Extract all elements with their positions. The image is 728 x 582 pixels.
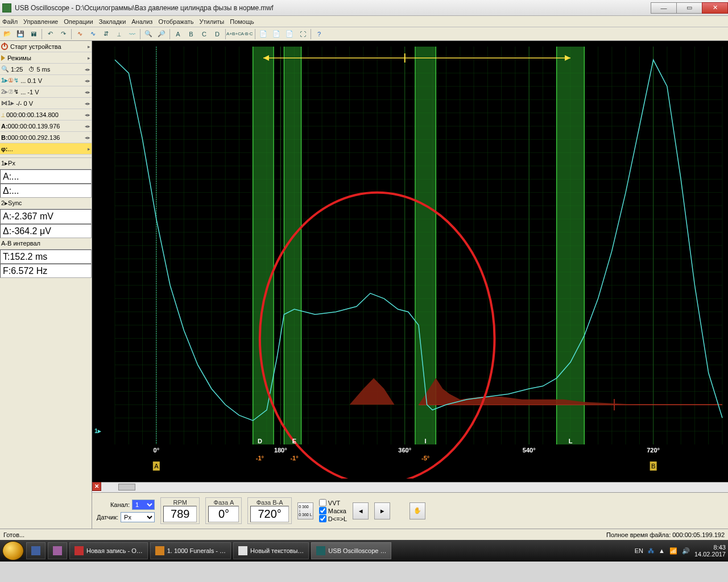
tray-volume-icon[interactable]: 🔊 xyxy=(682,547,690,555)
menu-control[interactable]: Управление xyxy=(23,18,58,25)
vvt-checkbox[interactable]: VVT xyxy=(319,499,347,506)
tool-measure-icon[interactable]: ⇵ xyxy=(100,28,112,40)
power-icon xyxy=(1,43,8,50)
b-time-row[interactable]: B:000:00:00.292.136 ◂▸ xyxy=(0,132,92,143)
channel-label: Канал: xyxy=(110,501,130,508)
channel-select[interactable]: 1 xyxy=(132,500,155,510)
tray-bluetooth-icon[interactable]: ⁂ xyxy=(648,547,654,555)
tool-b-icon[interactable]: B xyxy=(185,28,197,40)
dl-checkbox[interactable]: D<=>L xyxy=(319,515,347,522)
cursor-time-row[interactable]: ⟂ 000:00:00.134.800 ◂▸ xyxy=(0,109,92,120)
modes-button[interactable]: Режимы ▸ xyxy=(0,52,92,64)
taskbar-pinned2[interactable] xyxy=(48,542,67,559)
mask-checkbox[interactable]: Маска xyxy=(319,507,347,514)
tray-up-icon[interactable]: ▲ xyxy=(659,547,665,554)
chevron-right-icon: ▸ xyxy=(88,146,90,152)
svg-text:A: A xyxy=(154,463,159,469)
phi-row[interactable]: φ:... ▸ xyxy=(0,143,92,155)
sensor-label: Датчик: xyxy=(97,514,118,521)
taskbar-item-0[interactable]: Новая запись - O… xyxy=(69,542,148,559)
menu-utilities[interactable]: Утилиты xyxy=(200,18,225,25)
tool-ruler-icon[interactable]: ⟂ xyxy=(113,28,125,40)
tool-open-icon[interactable]: 📂 xyxy=(1,28,14,40)
start-button[interactable] xyxy=(2,541,24,560)
tool-zoom-icon[interactable]: 🔍 xyxy=(142,28,155,40)
spinner-icon[interactable]: ◂▸ xyxy=(85,89,90,95)
tool-probe2-icon[interactable]: ∿ xyxy=(86,28,99,40)
phase-ba-value: 720° xyxy=(250,506,288,522)
spinner-icon[interactable]: ◂▸ xyxy=(85,66,90,72)
svg-text:540°: 540° xyxy=(523,447,536,454)
tool-c-icon[interactable]: C xyxy=(198,28,210,40)
menu-bookmarks[interactable]: Закладки xyxy=(99,18,126,25)
zoom-row[interactable]: 🔍 1:25 ⏱ 5 ms ◂▸ xyxy=(0,64,92,75)
nav-next-button[interactable]: ► xyxy=(374,502,390,519)
checkbox-group: VVT Маска D<=>L xyxy=(319,499,347,522)
scrollbar-thumb[interactable] xyxy=(118,484,135,490)
spinner-icon[interactable]: ◂▸ xyxy=(85,78,90,84)
taskbar-item-3[interactable]: USB Oscilloscope … xyxy=(311,542,391,559)
nav-prev-button[interactable]: ◄ xyxy=(353,502,369,519)
px-a-value: A:... xyxy=(0,169,92,184)
tool-a-icon[interactable]: A xyxy=(172,28,184,40)
status-bar: Готов... Полное время файла: 000:00:05.1… xyxy=(0,529,728,540)
tool-bookmark-icon[interactable]: 📄 xyxy=(257,28,270,40)
svg-text:-5°: -5° xyxy=(421,455,429,462)
menu-display[interactable]: Отображать xyxy=(158,18,193,25)
rpm-label: RPM xyxy=(173,499,187,506)
taskbar-item-1[interactable]: 1. 1000 Funerals - … xyxy=(150,542,231,559)
tool-wave-icon[interactable]: 〰 xyxy=(126,28,138,40)
horizontal-scrollbar[interactable] xyxy=(101,482,728,492)
close-button[interactable]: ✕ xyxy=(702,2,728,14)
ch2-row[interactable]: 2▸⑦↯ ... -1 V ◂▸ xyxy=(0,86,92,98)
maximize-button[interactable]: ▭ xyxy=(676,2,702,14)
cursor-time-value: 000:00:00.134.800 xyxy=(6,111,59,118)
tool-abc2-icon[interactable]: A·B·C xyxy=(241,28,253,40)
tool-save2-icon[interactable]: 🖬 xyxy=(27,28,40,40)
menu-bar: Файл Управление Операции Закладки Анализ… xyxy=(0,16,728,27)
svg-text:E: E xyxy=(292,438,296,444)
sync-d-value: Δ:-364.2 μV xyxy=(0,224,92,238)
spinner-icon[interactable]: ◂▸ xyxy=(85,135,90,140)
m1-row[interactable]: ⋈1▸ -/- 0 V ◂▸ xyxy=(0,98,92,109)
tool-bookmark2-icon[interactable]: 📄 xyxy=(270,28,283,40)
svg-text:0°: 0° xyxy=(154,447,160,454)
spinner-icon[interactable]: ◂▸ xyxy=(85,112,90,118)
menu-operations[interactable]: Операции xyxy=(64,18,93,25)
scale-0-360-button[interactable]: 0 360↕0 360 L xyxy=(297,502,313,519)
a-time-row[interactable]: A:000:00:00.139.976 ◂▸ xyxy=(0,120,92,132)
menu-analysis[interactable]: Анализ xyxy=(131,18,152,25)
tool-save-icon[interactable]: 💾 xyxy=(14,28,27,40)
menu-help[interactable]: Помощь xyxy=(230,18,254,25)
tool-probe1-icon[interactable]: ∿ xyxy=(73,28,86,40)
ch1-row[interactable]: 1▸①↯ ... 0.1 V ◂▸ xyxy=(0,75,92,86)
sensor-select[interactable]: Px xyxy=(121,512,155,522)
hand-tool-button[interactable]: ✋ xyxy=(410,502,425,519)
tool-bookmark3-icon[interactable]: 📄 xyxy=(283,28,296,40)
tool-abc-icon[interactable]: A+B+C xyxy=(228,28,240,40)
tool-redo-icon[interactable]: ↷ xyxy=(57,28,69,40)
svg-text:I: I xyxy=(425,438,427,444)
spinner-icon[interactable]: ◂▸ xyxy=(85,101,90,106)
oscilloscope-plot[interactable]: AB0°180°360°540°720°D-1°E-1°I-5°L 1▸ xyxy=(92,41,728,482)
tool-d-icon[interactable]: D xyxy=(211,28,224,40)
spinner-icon[interactable]: ◂▸ xyxy=(85,123,90,129)
tray-network-icon[interactable]: 📶 xyxy=(669,547,677,555)
tool-undo-icon[interactable]: ↶ xyxy=(44,28,56,40)
ab-t-value: T:152.2 ms xyxy=(0,250,92,264)
minimize-button[interactable]: — xyxy=(651,2,677,14)
start-device-button[interactable]: Старт устройства ▸ xyxy=(0,41,92,52)
svg-rect-87 xyxy=(557,47,585,444)
tool-help-icon[interactable]: ? xyxy=(313,28,325,40)
tool-zoom2-icon[interactable]: 🔎 xyxy=(155,28,168,40)
tray-lang[interactable]: EN xyxy=(635,547,643,554)
close-plot-button[interactable]: ✕ xyxy=(92,482,101,491)
menu-file[interactable]: Файл xyxy=(2,18,18,25)
px-header: 1▸Px xyxy=(0,158,92,169)
taskbar-item-2[interactable]: Новый текстовы… xyxy=(233,542,309,559)
start-label: Старт устройства xyxy=(10,43,61,50)
ch1-value: ... 0.1 V xyxy=(20,77,42,84)
taskbar-pinned1[interactable] xyxy=(26,542,46,559)
tray-clock[interactable]: 8:43 14.02.2017 xyxy=(694,544,726,558)
tool-expand-icon[interactable]: ⛶ xyxy=(296,28,309,40)
